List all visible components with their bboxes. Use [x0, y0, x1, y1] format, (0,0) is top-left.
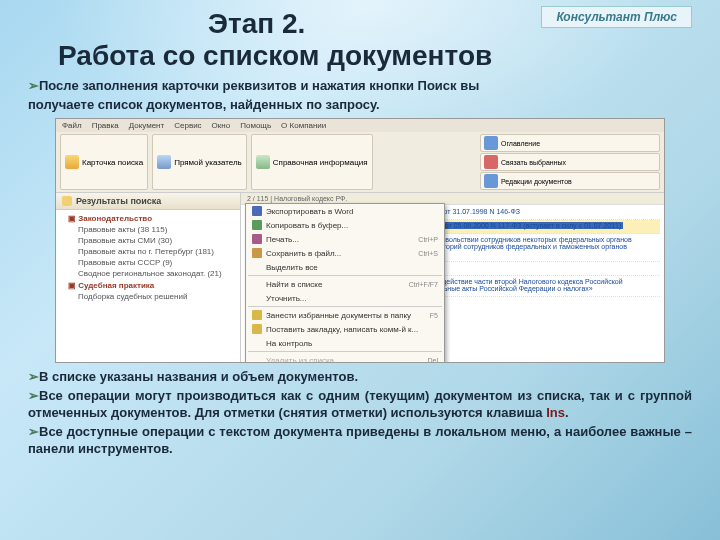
ctx-label: Печать...	[266, 235, 410, 244]
menu-about[interactable]: О Компании	[281, 121, 326, 130]
ctx-label: Поставить закладку, написать комм-й к...	[266, 325, 438, 334]
document-list-pane: 2 / 115 | Налоговый кодекс РФ. «Налоговы…	[241, 193, 664, 362]
menubar: Файл Правка Документ Сервис Окно Помощь …	[56, 119, 664, 132]
bullet-icon: ➢	[28, 369, 39, 384]
tb-outline[interactable]: Оглавление	[480, 134, 660, 152]
ctx-refine[interactable]: Уточнить...	[246, 291, 444, 305]
bullet-3a: Все операции могут производиться как с о…	[28, 388, 692, 420]
link-icon	[484, 155, 498, 169]
ctx-label: Выделить все	[266, 263, 438, 272]
ctx-label: Сохранить в файл...	[266, 249, 410, 258]
ctx-control[interactable]: На контроль	[246, 336, 444, 350]
tb-label: Справочная информация	[273, 158, 368, 167]
save-icon	[252, 248, 262, 258]
tb-search-card[interactable]: Карточка поиска	[60, 134, 148, 190]
bullet-3c: .	[565, 405, 569, 420]
bullet-4: Все доступные операции с текстом докумен…	[28, 424, 692, 456]
ctx-label: Найти в списке	[266, 280, 401, 289]
bookmark-icon	[252, 324, 262, 334]
ctx-label: Уточнить...	[266, 294, 438, 303]
blank-icon	[252, 355, 262, 362]
menu-service[interactable]: Сервис	[174, 121, 201, 130]
bullet-icon: ➢	[28, 424, 39, 439]
print-icon	[252, 234, 262, 244]
separator	[248, 275, 442, 276]
bullet-1-line1: После заполнения карточки реквизитов и н…	[39, 78, 479, 93]
sidebar: Результаты поиска ▣ Законодательство Пра…	[56, 193, 241, 362]
tb-reference[interactable]: Справочная информация	[251, 134, 373, 190]
app-screenshot: Файл Правка Документ Сервис Окно Помощь …	[55, 118, 665, 363]
bullet-icon: ➢	[28, 388, 39, 403]
tb-label: Карточка поиска	[82, 158, 143, 167]
blank-icon	[252, 293, 262, 303]
menu-window[interactable]: Окно	[212, 121, 231, 130]
menu-edit[interactable]: Правка	[92, 121, 119, 130]
title-main: Работа со списком документов	[58, 40, 492, 71]
menu-document[interactable]: Документ	[129, 121, 165, 130]
brand-badge: Консультант Плюс	[541, 6, 692, 28]
tb-editions[interactable]: Редакции документов	[480, 172, 660, 190]
tree-group-legislation[interactable]: ▣ Законодательство	[60, 212, 236, 224]
tb-label: Редакции документов	[501, 178, 572, 185]
separator	[248, 351, 442, 352]
tree-item[interactable]: Правовые акты (38 115)	[60, 224, 236, 235]
ctx-shortcut: F5	[430, 312, 438, 319]
separator	[248, 306, 442, 307]
tb-direct-index[interactable]: Прямой указатель	[152, 134, 247, 190]
tb-link[interactable]: Связать выбранных	[480, 153, 660, 171]
ctx-label: Занести избранные документы в папку	[266, 311, 422, 320]
blank-icon	[252, 262, 262, 272]
menu-help[interactable]: Помощь	[240, 121, 271, 130]
bullet-icon: ➢	[28, 78, 39, 93]
tb-label: Прямой указатель	[174, 158, 242, 167]
bullet-1-line2: получаете список документов, найденных п…	[28, 97, 380, 112]
ctx-shortcut: Ctrl+S	[418, 250, 438, 257]
tree-group-label: Судебная практика	[78, 281, 154, 290]
ctx-export-word[interactable]: Экспортировать в Word	[246, 204, 444, 218]
tree-item[interactable]: Сводное региональное законодат. (21)	[60, 268, 236, 279]
copy-icon	[252, 220, 262, 230]
context-menu: Экспортировать в Word Копировать в буфер…	[245, 203, 445, 362]
tree-group-judicial[interactable]: ▣ Судебная практика	[60, 279, 236, 291]
list-icon	[484, 136, 498, 150]
tree-item[interactable]: Подборка судебных решений	[60, 291, 236, 302]
folder-icon	[252, 310, 262, 320]
ctx-shortcut: Del	[427, 357, 438, 363]
menu-file[interactable]: Файл	[62, 121, 82, 130]
ctx-save[interactable]: Сохранить в файл...Ctrl+S	[246, 246, 444, 260]
tb-label: Оглавление	[501, 140, 540, 147]
tree-group-label: Законодательство	[78, 214, 152, 223]
folder-icon	[157, 155, 171, 169]
ctx-add-folder[interactable]: Занести избранные документы в папкуF5	[246, 308, 444, 322]
tree-item[interactable]: Правовые акты СМИ (30)	[60, 235, 236, 246]
tb-label: Связать выбранных	[501, 159, 566, 166]
ctx-copy[interactable]: Копировать в буфер...	[246, 218, 444, 232]
ins-key: Ins	[546, 405, 565, 420]
ctx-shortcut: Ctrl+P	[418, 236, 438, 243]
ctx-label: Экспортировать в Word	[266, 207, 438, 216]
ctx-select-all[interactable]: Выделить все	[246, 260, 444, 274]
word-icon	[252, 206, 262, 216]
results-icon	[62, 196, 72, 206]
doc-icon	[256, 155, 270, 169]
ctx-bookmark[interactable]: Поставить закладку, написать комм-й к...	[246, 322, 444, 336]
toolbar: Карточка поиска Прямой указатель Справоч…	[56, 132, 664, 193]
ctx-label: Удалить из списка	[266, 356, 419, 363]
ctx-find[interactable]: Найти в спискеCtrl+F/F7	[246, 277, 444, 291]
outro-bullets: ➢В списке указаны названия и объем докум…	[28, 369, 692, 457]
editions-icon	[484, 174, 498, 188]
ctx-label: Копировать в буфер...	[266, 221, 438, 230]
blank-icon	[252, 338, 262, 348]
intro-bullets: ➢После заполнения карточки реквизитов и …	[28, 78, 692, 114]
bullet-2: В списке указаны названия и объем докуме…	[39, 369, 358, 384]
results-header: Результаты поиска	[56, 193, 240, 210]
ctx-shortcut: Ctrl+F/F7	[409, 281, 438, 288]
tree-item[interactable]: Правовые акты по г. Петербург (181)	[60, 246, 236, 257]
blank-icon	[252, 279, 262, 289]
ctx-label: На контроль	[266, 339, 438, 348]
search-icon	[65, 155, 79, 169]
ctx-print[interactable]: Печать...Ctrl+P	[246, 232, 444, 246]
tree-item[interactable]: Правовые акты СССР (9)	[60, 257, 236, 268]
results-title: Результаты поиска	[76, 196, 161, 206]
ctx-delete[interactable]: Удалить из спискаDel	[246, 353, 444, 362]
